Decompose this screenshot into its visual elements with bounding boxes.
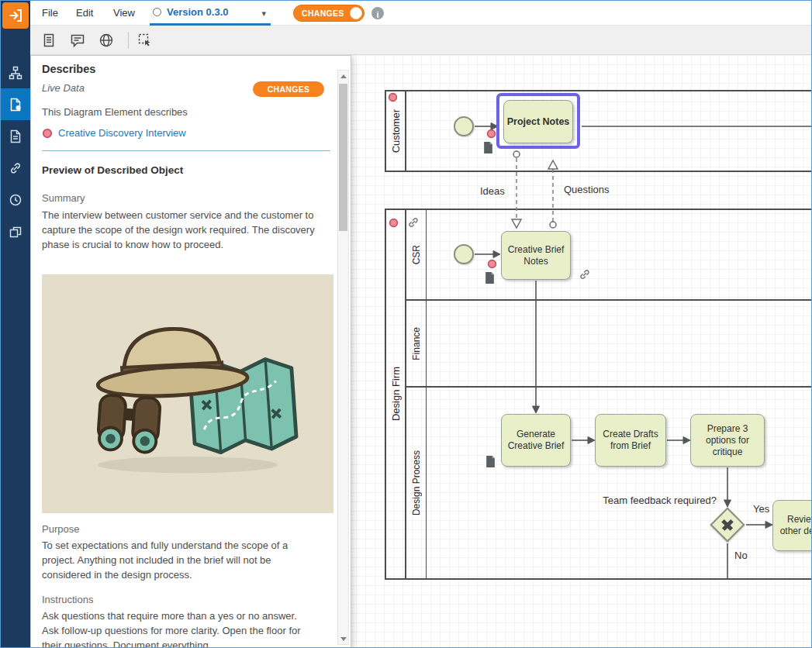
design-firm-lanes: CSR Finance Design Process (406, 210, 812, 578)
globe-icon (98, 33, 114, 48)
document-icon (9, 129, 22, 143)
panel-subtitle: Live Data (42, 82, 85, 94)
flow-label-questions[interactable]: Questions (564, 184, 610, 195)
task-creative-brief-notes-label: Creative Brief Notes (504, 244, 568, 267)
describes-panel: Describes Live Data CHANGES This Diagram… (30, 55, 351, 648)
panel-scrollbar[interactable] (337, 70, 349, 645)
task-generate-creative-brief[interactable]: Generate Creative Brief (501, 414, 571, 467)
described-object-image (42, 274, 333, 513)
toolbar (30, 26, 812, 55)
menu-view[interactable]: View (108, 1, 140, 26)
xor-gateway-icon (710, 507, 745, 542)
panel-divider (42, 150, 330, 151)
task-prepare-3-options[interactable]: Prepare 3 options for critique (690, 414, 765, 467)
scrollbar-thumb[interactable] (339, 84, 347, 231)
task-create-drafts-from-brief[interactable]: Create Drafts from Brief (595, 414, 666, 467)
describes-page-icon (9, 98, 22, 112)
purpose-label: Purpose (42, 523, 79, 535)
attachment-doc-icon[interactable] (485, 456, 496, 467)
instructions-text: Ask questions that require more than a y… (42, 608, 315, 648)
comment-icon (70, 33, 85, 48)
explorer-illustration (75, 308, 300, 480)
toolbar-separator (128, 32, 129, 49)
rail-item-describes[interactable] (1, 88, 30, 120)
preview-heading: Preview of Described Object (42, 164, 183, 176)
task-creative-brief-notes[interactable]: Creative Brief Notes (501, 231, 571, 280)
export-arrow-icon (8, 8, 23, 23)
chevron-down-icon (261, 5, 266, 19)
describes-marker-icon[interactable] (388, 92, 398, 102)
attachment-doc-icon[interactable] (485, 272, 495, 284)
scrollbar-up-arrow[interactable] (338, 71, 348, 81)
lane-finance-body (427, 301, 812, 386)
version-selector[interactable]: Version 0.3.0 (150, 1, 271, 26)
lane-finance-label: Finance (411, 327, 422, 360)
flow-label-team-feedback[interactable]: Team feedback required? (591, 495, 717, 506)
components-icon (9, 225, 22, 239)
panel-title: Describes (42, 63, 95, 75)
link-marker-icon[interactable] (408, 217, 419, 228)
pool-design-firm-label: Design Firm (390, 367, 402, 421)
pool-customer-band[interactable]: Customer (386, 91, 406, 171)
start-event-customer[interactable] (454, 116, 474, 136)
task-review-with-other-designers[interactable]: Review with other designers (772, 500, 812, 551)
described-object-row: Creative Discovery Interview (42, 127, 186, 139)
task-project-notes[interactable]: Project Notes (503, 100, 573, 143)
toggle-knob (350, 7, 362, 19)
app-logo-icon[interactable] (2, 2, 29, 29)
left-rail (1, 1, 30, 648)
menu-edit[interactable]: Edit (71, 1, 98, 26)
link-marker-icon[interactable] (579, 269, 590, 280)
info-icon[interactable] (371, 7, 384, 19)
flow-label-ideas[interactable]: Ideas (480, 185, 505, 197)
globe-tool-button[interactable] (95, 29, 117, 51)
link-icon (9, 161, 22, 175)
rail-item-links[interactable] (1, 152, 30, 184)
pool-customer-label: Customer (390, 109, 402, 153)
describes-marker-icon[interactable] (389, 218, 399, 228)
described-object-link[interactable]: Creative Discovery Interview (58, 127, 186, 139)
changes-badge[interactable]: CHANGES (253, 81, 324, 97)
element-describes-line: This Diagram Element describes (42, 106, 188, 118)
rail-item-history[interactable] (1, 184, 30, 215)
start-event-csr[interactable] (454, 244, 474, 264)
attachment-doc-icon[interactable] (483, 142, 493, 153)
task-review-label: Review with other designers (776, 514, 812, 537)
comment-tool-button[interactable] (67, 29, 88, 51)
scrollbar-down-arrow[interactable] (338, 633, 348, 644)
task-project-notes-label: Project Notes (507, 116, 570, 128)
describes-marker-icon[interactable] (487, 259, 497, 269)
lane-csr-body (427, 210, 812, 299)
lane-finance[interactable]: Finance (406, 301, 812, 388)
menu-file[interactable]: File (36, 1, 64, 26)
document-tool-button[interactable] (38, 29, 60, 51)
menu-bar: File Edit View Version 0.3.0 CHANGES (30, 1, 812, 26)
pool-design-firm[interactable]: Design Firm CSR Finance Design Process (385, 209, 812, 580)
version-label: Version 0.3.0 (167, 6, 229, 18)
rail-item-document[interactable] (1, 120, 30, 152)
rail-item-extensions[interactable] (1, 215, 30, 247)
lane-design-process-label: Design Process (411, 450, 422, 515)
changes-toggle[interactable]: CHANGES (293, 5, 365, 22)
describes-marker-icon (42, 128, 53, 139)
task-generate-creative-brief-label: Generate Creative Brief (504, 429, 568, 452)
rail-item-hierarchy[interactable] (1, 57, 30, 88)
lane-finance-band: Finance (406, 301, 427, 386)
lane-csr-label: CSR (411, 245, 422, 264)
task-create-drafts-label: Create Drafts from Brief (598, 429, 663, 452)
lane-design-process-band: Design Process (406, 388, 427, 578)
hierarchy-icon (9, 66, 22, 80)
describes-marker-icon[interactable] (486, 129, 496, 139)
summary-label: Summary (42, 192, 85, 204)
select-tool-button[interactable] (134, 29, 156, 51)
pool-customer[interactable]: Customer (385, 90, 812, 172)
gateway-team-feedback[interactable] (710, 507, 745, 543)
flow-label-yes[interactable]: Yes (753, 503, 769, 515)
flow-label-no[interactable]: No (734, 550, 748, 561)
changes-toggle-label: CHANGES (302, 9, 344, 18)
version-circle-icon (153, 8, 161, 16)
task-prepare-3-options-label: Prepare 3 options for critique (693, 423, 762, 458)
app-window: File Edit View Version 0.3.0 CHANGES (0, 0, 812, 648)
pool-design-firm-band[interactable]: Design Firm (386, 210, 406, 578)
summary-text: The interview between customer service a… (42, 208, 315, 252)
